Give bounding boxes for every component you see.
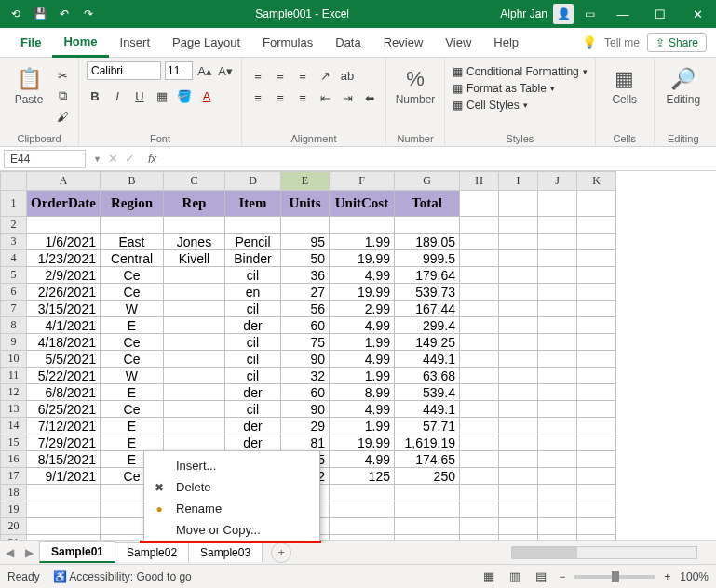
row-header[interactable]: 13	[1, 401, 27, 418]
cell[interactable]: East	[100, 234, 163, 250]
row-header[interactable]: 20	[1, 518, 27, 535]
new-sheet-button[interactable]: +	[271, 542, 291, 563]
cell[interactable]: 4.99	[329, 401, 394, 418]
cell[interactable]	[329, 217, 394, 234]
cell[interactable]	[576, 468, 615, 485]
cell[interactable]: 56	[280, 301, 329, 317]
cell[interactable]: 19.99	[329, 284, 394, 301]
align-center-icon[interactable]: ≡	[272, 89, 289, 106]
cell[interactable]	[498, 317, 537, 334]
cell[interactable]	[459, 434, 498, 451]
cell[interactable]: Ce	[100, 284, 163, 301]
cell[interactable]	[498, 485, 537, 501]
cell[interactable]	[459, 384, 498, 401]
cell[interactable]	[576, 485, 615, 501]
cancel-formula-icon[interactable]: ✕	[105, 151, 122, 167]
undo-icon[interactable]: ↶	[56, 6, 73, 22]
cell[interactable]	[537, 501, 576, 518]
tab-file[interactable]: File	[9, 28, 52, 58]
fill-color-button[interactable]: 🪣	[176, 87, 193, 104]
cell[interactable]	[537, 191, 576, 217]
name-box[interactable]: E44	[4, 150, 86, 168]
cell[interactable]	[498, 334, 537, 351]
cell[interactable]: der	[224, 384, 280, 401]
cell[interactable]	[459, 284, 498, 301]
cell[interactable]: 149.25	[394, 334, 459, 351]
cell[interactable]	[394, 485, 459, 501]
cell[interactable]	[498, 418, 537, 434]
cell[interactable]: W	[100, 301, 163, 317]
tab-home[interactable]: Home	[52, 28, 108, 58]
cell[interactable]	[163, 301, 224, 317]
column-header-J[interactable]: J	[537, 172, 576, 191]
cell[interactable]: 63.68	[394, 368, 459, 384]
cell[interactable]	[459, 518, 498, 535]
cell[interactable]	[576, 368, 615, 384]
cell[interactable]	[498, 451, 537, 468]
cell[interactable]: E	[100, 434, 163, 451]
cell[interactable]	[537, 434, 576, 451]
cell[interactable]	[100, 217, 163, 234]
cell[interactable]	[394, 518, 459, 535]
autosave-icon[interactable]: ⟲	[7, 6, 24, 22]
cell[interactable]: 449.1	[394, 401, 459, 418]
cell[interactable]	[576, 384, 615, 401]
cell[interactable]: 36	[280, 267, 329, 284]
cell[interactable]: 19.99	[329, 250, 394, 267]
cell[interactable]	[576, 418, 615, 434]
column-header-B[interactable]: B	[100, 172, 163, 191]
cell[interactable]	[459, 368, 498, 384]
cell[interactable]	[498, 250, 537, 267]
cell[interactable]: 1.99	[329, 334, 394, 351]
format-painter-icon[interactable]: 🖌	[54, 108, 71, 125]
row-header[interactable]: 15	[1, 434, 27, 451]
ribbon-display-icon[interactable]: ▭	[585, 7, 595, 20]
cell[interactable]	[498, 351, 537, 368]
row-header[interactable]: 14	[1, 418, 27, 434]
cell[interactable]: der	[224, 418, 280, 434]
sheet-tab-1[interactable]: Sample01	[39, 541, 115, 563]
cell[interactable]: Ce	[100, 351, 163, 368]
accessibility-status[interactable]: ♿ Accessibility: Good to go	[53, 570, 192, 583]
cell[interactable]	[576, 217, 615, 234]
cell[interactable]: 19.99	[329, 434, 394, 451]
menu-view-code[interactable]: ⧉View Code	[144, 541, 319, 543]
table-header-cell[interactable]: Region	[100, 191, 163, 217]
editing-button[interactable]: 🔎Editing	[662, 61, 705, 106]
redo-icon[interactable]: ↷	[80, 6, 97, 22]
cell[interactable]	[27, 501, 101, 518]
cell[interactable]	[498, 501, 537, 518]
cell[interactable]	[537, 317, 576, 334]
cell[interactable]	[27, 485, 101, 501]
increase-font-icon[interactable]: A▴	[196, 62, 213, 79]
cell[interactable]: E	[100, 317, 163, 334]
zoom-slider[interactable]	[574, 575, 655, 579]
tab-review[interactable]: Review	[372, 28, 435, 58]
cell[interactable]: cil	[224, 334, 280, 351]
normal-view-icon[interactable]: ▦	[480, 568, 497, 585]
cell[interactable]	[576, 434, 615, 451]
tab-scroll-left[interactable]: ◀	[0, 546, 20, 559]
cell[interactable]: 539.4	[394, 384, 459, 401]
align-middle-icon[interactable]: ≡	[272, 67, 289, 84]
cell[interactable]: 4.99	[329, 351, 394, 368]
row-header[interactable]: 10	[1, 351, 27, 368]
cell[interactable]	[163, 317, 224, 334]
cell[interactable]	[498, 217, 537, 234]
horizontal-scrollbar[interactable]	[511, 546, 697, 559]
share-button[interactable]: ⇪Share	[647, 33, 707, 52]
save-icon[interactable]: 💾	[32, 6, 48, 22]
row-header[interactable]: 7	[1, 301, 27, 317]
cell[interactable]	[27, 217, 101, 234]
user-name[interactable]: Alphr Jan	[500, 7, 547, 20]
align-bottom-icon[interactable]: ≡	[294, 67, 311, 84]
cell[interactable]	[27, 518, 101, 535]
cell[interactable]	[537, 401, 576, 418]
wrap-text-icon[interactable]: ab	[339, 67, 356, 84]
number-format-button[interactable]: % Number	[394, 61, 437, 106]
tab-insert[interactable]: Insert	[109, 28, 162, 58]
row-header[interactable]: 4	[1, 250, 27, 267]
cell[interactable]	[459, 485, 498, 501]
cell[interactable]: 6/8/2021	[27, 384, 101, 401]
cell[interactable]	[498, 434, 537, 451]
